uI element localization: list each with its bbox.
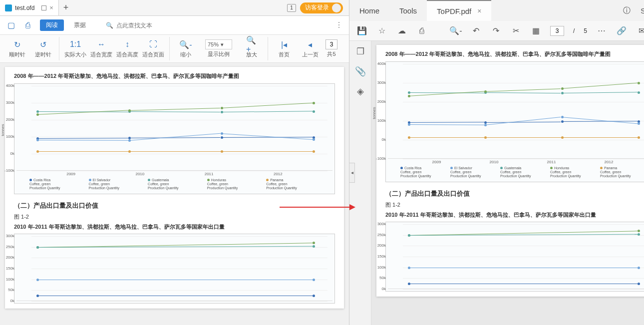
tab-home[interactable]: Home — [349, 0, 389, 21]
fit-height-icon: ↕ — [122, 39, 133, 50]
print-icon[interactable]: ⎙ — [416, 25, 427, 36]
attachments-icon[interactable]: 📎 — [355, 66, 366, 77]
print-icon[interactable]: ⎙ — [23, 20, 33, 30]
link-icon[interactable]: 🔗 — [616, 25, 627, 36]
chart1-title: 2008 年——2012 年哥斯达黎加、危地马拉、洪都拉斯、巴拿马、萨尔瓦多等国… — [385, 50, 644, 58]
grid-icon[interactable]: ▦ — [530, 25, 541, 36]
avatar-icon — [332, 3, 341, 12]
document-page: 2008 年——2012 年哥斯达黎加、危地马拉、洪都拉斯、巴拿马、萨尔瓦多等国… — [5, 67, 344, 309]
mail-icon[interactable]: ✉ — [636, 25, 644, 36]
layers-icon[interactable]: ◈ — [357, 86, 364, 97]
page-separator: / — [573, 27, 575, 34]
figure-1-2-label: 图 1-2 — [14, 213, 335, 221]
form-mode-button[interactable]: 票据 — [71, 19, 89, 31]
zoom-select[interactable]: 75%▾ 显示比例 — [199, 37, 239, 60]
chart1-title: 2008 年——2012 年哥斯达黎加、危地马拉、洪都拉斯、巴拿马、萨尔瓦多等国… — [14, 72, 335, 80]
guest-login-button[interactable]: 访客登录 — [300, 2, 343, 13]
tab-document[interactable]: ToPDF.pdf × — [427, 0, 491, 21]
read-mode-button[interactable]: 阅读 — [40, 19, 64, 31]
chart2: 0k50k100k150k200k250k300k — [385, 222, 644, 292]
left-primary-toolbar: ▢ ⎙ 阅读 票据 🔍 ⋯ — [0, 16, 349, 35]
fit-width-icon: ↔ — [96, 39, 107, 50]
rotate-ccw-icon: ↺ — [37, 39, 48, 50]
sign-in-button[interactable]: Sign In — [641, 6, 644, 15]
window-mode-icon[interactable] — [41, 5, 46, 10]
document-tab-title: ToPDF.pdf — [437, 7, 471, 15]
right-toolbar: 💾 ☆ ☁ ⎙ 🔍- ↶ ↷ ✂ ▦ / 5 ⋯ 🔗 ✉ ⚑ — [349, 21, 644, 41]
upload-icon[interactable]: ☁ — [396, 25, 407, 36]
zoom-in-button[interactable]: 🔍+放大 — [239, 37, 265, 60]
new-tab-button[interactable]: + — [59, 2, 73, 13]
section-2-heading: （二）产品出口量及出口价值 — [385, 189, 644, 198]
login-label: 访客登录 — [305, 3, 329, 12]
first-page-button[interactable]: |◂首页 — [271, 37, 297, 60]
chart2: 0k50k100k150k200k250k300k — [14, 234, 335, 304]
figure-1-2-label: 图 1-2 — [385, 201, 644, 209]
pages-panel-icon[interactable]: ❐ — [356, 46, 364, 57]
search-icon: 🔍 — [106, 22, 113, 29]
more-icon[interactable]: ⋯ — [596, 25, 607, 36]
chart1: -100k0k100k200k300k400ktonnes 2009201020… — [14, 83, 335, 194]
fit-width-button[interactable]: ↔适合宽度 — [88, 37, 114, 60]
rotate-ccw-button[interactable]: ↺逆时针 — [30, 37, 56, 60]
open-file-icon[interactable]: ▢ — [6, 20, 16, 30]
left-tab-bar: test.ofd × + 1 访客登录 — [0, 0, 349, 16]
chart2-title: 2010 年-2011 年哥斯达黎加、洪都拉斯、危地马拉、巴拿马、萨尔瓦多等国家… — [385, 211, 644, 219]
tab-title: test.ofd — [15, 4, 34, 11]
close-icon[interactable]: × — [477, 7, 481, 15]
search-input[interactable] — [116, 22, 176, 29]
page-number-field[interactable]: 共5 — [323, 37, 340, 60]
fit-height-button[interactable]: ↕适合高度 — [114, 37, 140, 60]
rotate-cw-button[interactable]: ↻顺时针 — [4, 37, 30, 60]
more-menu-icon[interactable]: ⋯ — [335, 21, 343, 29]
undo-icon[interactable]: ↶ — [470, 25, 481, 36]
cut-icon[interactable]: ✂ — [510, 25, 521, 36]
tab-tools[interactable]: Tools — [389, 0, 427, 21]
one-to-one-icon: 1:1 — [70, 39, 81, 50]
left-document-viewport[interactable]: 2008 年——2012 年哥斯达黎加、危地马拉、洪都拉斯、巴拿马、萨尔瓦多等国… — [0, 63, 349, 325]
first-page-icon: |◂ — [279, 39, 290, 50]
ofd-file-icon — [5, 4, 12, 11]
search-box[interactable]: 🔍 — [106, 22, 176, 29]
section-2-heading: （二）产品出口量及出口价值 — [14, 201, 335, 210]
notification-badge[interactable]: 1 — [287, 4, 296, 12]
save-icon[interactable]: 💾 — [356, 25, 367, 36]
prev-page-icon: ◂ — [305, 39, 316, 50]
zoom-out-button[interactable]: 🔍-缩小 — [173, 37, 199, 60]
fit-page-icon: ⛶ — [148, 39, 159, 50]
chart2-title: 2010 年-2011 年哥斯达黎加、洪都拉斯、危地马拉、巴拿马、萨尔瓦多等国家… — [14, 223, 335, 231]
help-icon[interactable]: ⓘ — [623, 6, 631, 15]
chevron-down-icon: ▾ — [221, 41, 224, 48]
star-icon[interactable]: ☆ — [376, 25, 387, 36]
document-page: 2008 年——2012 年哥斯达黎加、危地马拉、洪都拉斯、巴拿马、萨尔瓦多等国… — [376, 45, 644, 297]
close-tab-icon[interactable]: × — [49, 4, 53, 11]
actual-size-button[interactable]: 1:1实际大小 — [62, 37, 88, 60]
rotate-cw-icon: ↻ — [11, 39, 22, 50]
fit-page-button[interactable]: ⛶适合页面 — [140, 37, 166, 60]
zoom-in-icon: 🔍+ — [246, 39, 257, 50]
collapse-handle[interactable]: ◂ — [349, 163, 355, 183]
redo-icon[interactable]: ↷ — [490, 25, 501, 36]
page-number-input[interactable] — [550, 26, 564, 36]
document-tab[interactable]: test.ofd × — [0, 0, 59, 15]
right-sidebar: ❐ 📎 ◈ — [349, 41, 371, 325]
prev-page-button[interactable]: ◂上一页 — [297, 37, 323, 60]
zoom-out-icon: 🔍- — [180, 39, 191, 50]
right-tab-bar: Home Tools ToPDF.pdf × ⓘ Sign In — [349, 0, 644, 21]
chart1: -100k0k100k200k300k400ktonnes 2009201020… — [385, 61, 644, 182]
left-ribbon: ↻顺时针 ↺逆时针 1:1实际大小 ↔适合宽度 ↕适合高度 ⛶适合页面 🔍-缩小… — [0, 35, 349, 63]
page-total: 5 — [584, 27, 587, 34]
zoom-out-icon[interactable]: 🔍- — [450, 25, 461, 36]
right-document-viewport[interactable]: 2008 年——2012 年哥斯达黎加、危地马拉、洪都拉斯、巴拿马、萨尔瓦多等国… — [371, 41, 644, 325]
